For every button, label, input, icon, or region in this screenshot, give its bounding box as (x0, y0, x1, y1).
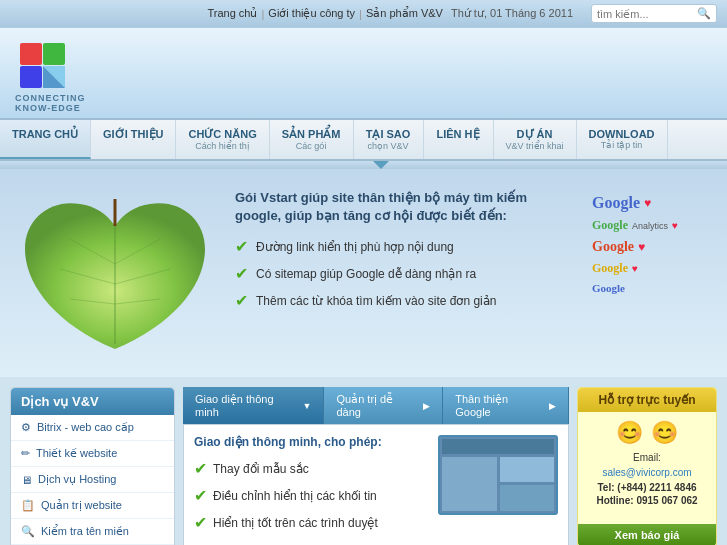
search-box[interactable]: 🔍 (591, 4, 717, 23)
right-sidebar: Hỗ trợ trực tuyến 😊 😊 Email: sales@vivic… (577, 387, 717, 545)
nav-lien-he[interactable]: LIÊN HỆ (424, 120, 494, 159)
tab-screenshot (438, 435, 558, 515)
emoji-icon-2: 😊 (651, 420, 678, 446)
hero-feature-2: ✔ Có sitemap giúp Google dễ dàng nhận ra (235, 264, 562, 283)
nav-san-pham[interactable]: SẢN PHẨM Các gói (270, 120, 354, 159)
sidebar-item-hosting[interactable]: 🖥 Dịch vụ Hosting (11, 467, 174, 493)
manage-icon: 📋 (21, 499, 35, 512)
feature-item-3: ✔ Hiển thị tốt trên các trình duyệt (194, 513, 428, 532)
hosting-icon: 🖥 (21, 474, 32, 486)
nav-arrow (373, 161, 389, 169)
support-content: 😊 😊 Email: sales@vivicorp.com Tel: (+844… (578, 412, 716, 516)
feature-item-1: ✔ Thay đổi mẫu sắc (194, 459, 428, 478)
nav-about[interactable]: Giới thiệu công ty (268, 7, 355, 20)
support-header: Hỗ trợ trực tuyến (578, 388, 716, 412)
sidebar-item-thiet-ke[interactable]: ✏ Thiết kế website (11, 441, 174, 467)
nav-trang-chu[interactable]: TRANG CHỦ (0, 120, 91, 159)
sidebar-item-kiem-tra[interactable]: 🔍 Kiểm tra tên miền (11, 519, 174, 545)
support-email[interactable]: sales@vivicorp.com (586, 467, 708, 478)
check-icon-1: ✔ (235, 237, 248, 256)
heart-icon-2: ♥ (672, 220, 678, 231)
svg-rect-14 (442, 439, 554, 454)
check-icon-2: ✔ (235, 264, 248, 283)
tab-than-thien[interactable]: Thân thiện Google ▶ (443, 387, 569, 424)
svg-rect-17 (500, 485, 554, 511)
heart-icon-1: ♥ (644, 196, 651, 210)
tab-giao-dien[interactable]: Giao diện thông minh ▼ (183, 387, 324, 424)
main-area: Dịch vụ V&V ⚙ Bitrix - web cao cấp ✏ Thi… (0, 377, 727, 545)
bitrix-icon: ⚙ (21, 421, 31, 434)
left-sidebar: Dịch vụ V&V ⚙ Bitrix - web cao cấp ✏ Thi… (10, 387, 175, 545)
feature-check-2: ✔ (194, 486, 207, 505)
tab-arrow-icon-3: ▶ (549, 401, 556, 411)
nav-bar: TRANG CHỦ GIỚI THIỆU CHỨC NĂNG Cách hiển… (0, 118, 727, 161)
svg-rect-0 (20, 43, 42, 65)
tab-quan-tri[interactable]: Quản trị dễ dàng ▶ (324, 387, 443, 424)
sidebar-header: Dịch vụ V&V (11, 388, 174, 415)
tab-buttons: Giao diện thông minh ▼ Quản trị dễ dàng … (183, 387, 569, 424)
check-icon-3: ✔ (235, 291, 248, 310)
google-analytics-text: Analytics (632, 221, 668, 231)
emoji-icon-1: 😊 (616, 420, 643, 446)
hero-feature-3: ✔ Thêm các từ khóa tìm kiếm vào site đơn… (235, 291, 562, 310)
hero-title: Gói Vstart giúp site thân thiện bộ máy t… (235, 189, 562, 225)
nav-chuc-nang[interactable]: CHỨC NĂNG Cách hiển thị (176, 120, 269, 159)
hero-text: Gói Vstart giúp site thân thiện bộ máy t… (230, 184, 567, 362)
logo-icon (15, 38, 85, 93)
google-logo-1: Google (592, 194, 640, 212)
nav-download[interactable]: DOWNLOAD Tải tập tin (577, 120, 668, 159)
tab-content: Giao diện thông minh, cho phép: ✔ Thay đ… (183, 424, 569, 545)
google-logo-3: Google (592, 239, 634, 255)
tab-arrow-icon: ▼ (303, 401, 312, 411)
logo[interactable]: CONNECTING KNOW-EDGE (15, 38, 86, 113)
feature-item-2: ✔ Điều chỉnh hiển thị các khối tin (194, 486, 428, 505)
heart-icon-3: ♥ (638, 240, 645, 254)
google-logo-2: Google (592, 218, 628, 233)
check-domain-icon: 🔍 (21, 525, 35, 538)
nav-products[interactable]: Sản phẩm V&V (366, 7, 443, 20)
heart-icon-4: ♥ (632, 263, 638, 274)
top-nav: Trang chủ | Giới thiệu công ty | Sản phẩ… (207, 7, 442, 20)
nav-gioi-thieu[interactable]: GIỚI THIỆU (91, 120, 176, 159)
search-icon: 🔍 (697, 7, 711, 20)
google-logo-4: Google (592, 261, 628, 276)
hero-feature-1: ✔ Đường link hiển thị phù hợp nội dung (235, 237, 562, 256)
svg-rect-1 (43, 43, 65, 65)
sidebar-item-bitrix[interactable]: ⚙ Bitrix - web cao cấp (11, 415, 174, 441)
svg-rect-16 (500, 457, 554, 482)
support-emojis: 😊 😊 (586, 420, 708, 446)
leaf-illustration (15, 184, 215, 359)
nav-tai-sao[interactable]: TẠI SAO chọn V&V (354, 120, 424, 159)
support-tel: Tel: (+844) 2211 4846 (586, 482, 708, 493)
nav-du-an[interactable]: DỰ ÁN V&V triển khai (494, 120, 577, 159)
svg-rect-15 (442, 457, 497, 511)
middle-content: Giao diện thông minh ▼ Quản trị dễ dàng … (183, 387, 569, 545)
header: CONNECTING KNOW-EDGE (0, 28, 727, 118)
google-logo-5: Google (592, 282, 625, 294)
xem-bao-gia-button[interactable]: Xem báo giá (578, 524, 716, 545)
search-input[interactable] (597, 8, 697, 20)
logo-text: CONNECTING KNOW-EDGE (15, 93, 86, 113)
feature-check-3: ✔ (194, 513, 207, 532)
sidebar-item-quan-tri[interactable]: 📋 Quản trị website (11, 493, 174, 519)
svg-rect-2 (20, 66, 42, 88)
top-bar: Trang chủ | Giới thiệu công ty | Sản phẩ… (0, 0, 727, 28)
hero-banner: Gói Vstart giúp site thân thiện bộ máy t… (0, 169, 727, 377)
support-hotline: Hotline: 0915 067 062 (586, 495, 708, 506)
google-logos-area: Google ♥ Google Analytics ♥ Google ♥ Goo… (582, 184, 712, 362)
nav-home[interactable]: Trang chủ (207, 7, 257, 20)
hero-features: ✔ Đường link hiển thị phù hợp nội dung ✔… (235, 237, 562, 310)
date-display: Thứ tư, 01 Tháng 6 2011 (451, 7, 573, 20)
feature-check-1: ✔ (194, 459, 207, 478)
tab-arrow-icon-2: ▶ (423, 401, 430, 411)
design-icon: ✏ (21, 447, 30, 460)
support-email-label: Email: (586, 452, 708, 463)
